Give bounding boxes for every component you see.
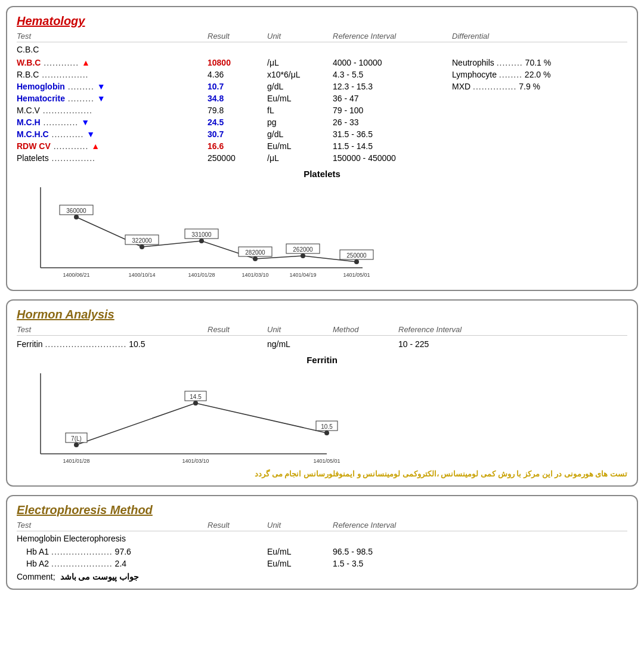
hormon-title: Hormon Analysis [17, 308, 627, 321]
svg-point-28 [74, 442, 79, 447]
result-cell: 34.8 [208, 94, 267, 103]
unit-cell: Eu/mL [267, 141, 333, 151]
test-cell: RDW CV ............ ▲ [17, 141, 208, 151]
hematology-header-ref: Reference Interval [333, 32, 452, 41]
hormon-header-test: Test [17, 325, 208, 334]
ref-cell: 4000 - 10000 [333, 58, 452, 67]
table-row: M.C.H ............ ▼ 24.5 pg 26 - 33 [17, 116, 627, 128]
svg-point-2 [74, 215, 79, 219]
table-row: Hb A1 ..................... 97.6 Eu/mL 9… [17, 546, 627, 558]
test-cell: Hb A2 ..................... 2.4 [17, 559, 208, 568]
table-row: RDW CV ............ ▲ 16.6 Eu/mL 11.5 - … [17, 140, 627, 152]
svg-text:1401/05/01: 1401/05/01 [343, 272, 370, 278]
test-cell: Ferritin ............................ 10… [17, 339, 208, 349]
comment-value: جواب پیوست می باشد [60, 572, 140, 581]
ref-cell: 12.3 - 15.3 [333, 82, 452, 91]
ref-cell: 1.5 - 3.5 [333, 559, 452, 568]
hematology-title: Hematology [17, 14, 627, 28]
svg-point-18 [301, 253, 305, 258]
diff-cell: MXD ............... 7.9 % [452, 82, 627, 91]
electro-rows: Hb A1 ..................... 97.6 Eu/mL 9… [17, 546, 627, 570]
result-cell: 10.7 [208, 82, 267, 91]
test-cell: Hemoglobin ......... ▼ [17, 82, 208, 91]
svg-text:322000: 322000 [132, 237, 152, 244]
svg-point-14 [253, 256, 258, 261]
electro-section: Electrophoresis Method Test Result Unit … [6, 495, 638, 590]
hematology-header-test: Test [17, 32, 208, 41]
ferritin-chart: 7(L)1401/01/2814.51401/03/1010.51401/05/… [17, 367, 351, 466]
result-cell: 250000 [208, 153, 267, 163]
platelets-chart: 3600001400/06/213220001400/10/1433100014… [17, 181, 386, 283]
test-cell: M.C.V ................. [17, 106, 208, 115]
table-row: R.B.C ................ 4.36 x10*6/μL 4.3… [17, 69, 627, 81]
unit-cell: /μL [267, 58, 333, 67]
ref-cell: 150000 - 450000 [333, 153, 452, 163]
svg-text:262000: 262000 [293, 246, 313, 253]
svg-point-6 [140, 245, 144, 249]
test-cell: Hb A1 ..................... 97.6 [17, 547, 208, 556]
table-row: W.B.C ............ ▲ 10800 /μL 4000 - 10… [17, 57, 627, 69]
svg-text:1401/03/10: 1401/03/10 [242, 272, 268, 278]
unit-cell: Eu/mL [267, 559, 333, 568]
table-row: Hemoglobin ......... ▼ 10.7 g/dL 12.3 - … [17, 81, 627, 92]
svg-text:7(L): 7(L) [71, 435, 82, 442]
result-cell: 16.6 [208, 141, 267, 151]
diff-cell: Lymphocyte ........ 22.0 % [452, 70, 627, 79]
table-row: Ferritin ............................ 10… [17, 338, 627, 350]
table-row: Hematocrite ......... ▼ 34.8 Eu/mL 36 - … [17, 92, 627, 104]
hematology-header-diff: Differential [452, 32, 627, 41]
hematology-rows: W.B.C ............ ▲ 10800 /μL 4000 - 10… [17, 57, 627, 164]
ref-cell: 10 - 225 [398, 339, 518, 349]
svg-text:10.5: 10.5 [321, 423, 333, 430]
electro-header-unit: Unit [267, 521, 333, 530]
svg-text:1400/06/21: 1400/06/21 [63, 272, 89, 278]
unit-cell: ng/mL [267, 339, 333, 349]
test-cell: M.C.H.C ........... ▼ [17, 129, 208, 139]
table-row: M.C.V ................. 79.8 fL 79 - 100 [17, 104, 627, 116]
unit-cell: x10*6/μL [267, 70, 333, 79]
ref-cell: 79 - 100 [333, 106, 452, 115]
test-cell: Hematocrite ......... ▼ [17, 94, 208, 103]
unit-cell: pg [267, 117, 333, 127]
ferritin-chart-title: Ferritin [17, 355, 627, 365]
svg-text:282000: 282000 [245, 249, 265, 256]
electro-header-test: Test [17, 521, 208, 530]
test-cell: Platelets ............... [17, 153, 208, 163]
result-cell: 10800 [208, 58, 267, 67]
ref-cell: 4.3 - 5.5 [333, 70, 452, 79]
unit-cell: /μL [267, 153, 333, 163]
ferritin-chart-area: Ferritin 7(L)1401/01/2814.51401/03/1010.… [17, 355, 627, 466]
hormon-section: Hormon Analysis Test Result Unit Method … [6, 299, 638, 487]
result-cell: 30.7 [208, 129, 267, 139]
ref-cell: 11.5 - 14.5 [333, 141, 452, 151]
svg-text:1401/05/01: 1401/05/01 [313, 458, 340, 464]
test-cell: R.B.C ................ [17, 70, 208, 79]
hormon-header-result: Result [208, 325, 267, 334]
hematology-section-label: C.B.C [17, 45, 627, 54]
hormon-header-unit: Unit [267, 325, 333, 334]
ref-cell: 26 - 33 [333, 117, 452, 127]
electro-header-result: Result [208, 521, 267, 530]
result-cell: 24.5 [208, 117, 267, 127]
electro-section-label: Hemoglobin Electerophoresis [17, 534, 627, 543]
hormon-rows: Ferritin ............................ 10… [17, 338, 627, 350]
svg-text:1401/03/10: 1401/03/10 [182, 458, 209, 464]
test-cell: M.C.H ............ ▼ [17, 117, 208, 127]
ref-cell: 96.5 - 98.5 [333, 547, 452, 556]
comment-row: Comment; جواب پیوست می باشد [17, 572, 627, 581]
svg-point-22 [354, 259, 359, 264]
hormon-header-ref: Reference Interval [398, 325, 518, 334]
svg-point-36 [324, 431, 329, 435]
table-row: Hb A2 ..................... 2.4 Eu/mL 1.… [17, 558, 627, 570]
unit-cell: Eu/mL [267, 94, 333, 103]
svg-text:360000: 360000 [66, 208, 86, 214]
svg-point-32 [193, 401, 198, 406]
result-cell: 79.8 [208, 106, 267, 115]
svg-text:250000: 250000 [346, 252, 367, 259]
hormon-col-headers: Test Result Unit Method Reference Interv… [17, 325, 627, 336]
svg-text:1400/10/14: 1400/10/14 [128, 272, 155, 278]
electro-header-ref: Reference Interval [333, 521, 452, 530]
hematology-section: Hematology Test Result Unit Reference In… [6, 6, 638, 291]
svg-text:1401/04/19: 1401/04/19 [289, 272, 316, 278]
svg-point-10 [199, 239, 204, 243]
